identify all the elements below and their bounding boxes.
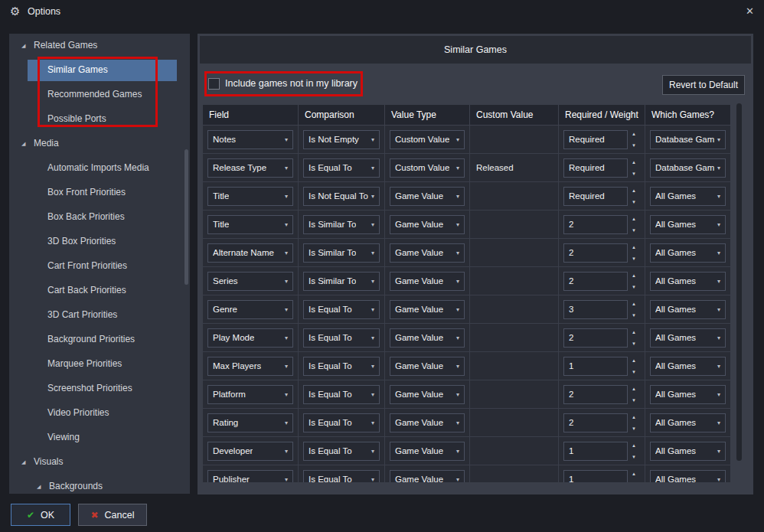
revert-to-default-button[interactable]: Revert to Default <box>662 75 745 95</box>
expander-icon[interactable]: ◢ <box>21 459 25 465</box>
spinner-down-icon[interactable]: ▼ <box>632 285 636 289</box>
cancel-button[interactable]: ✖ Cancel <box>78 504 147 526</box>
spinner-arrows[interactable]: ▲▼ <box>628 158 640 178</box>
spinner-arrows[interactable]: ▲▼ <box>628 187 640 206</box>
sidebar-item-viewing[interactable]: Viewing <box>9 426 190 450</box>
field-dropdown[interactable]: Alternate Name▾ <box>207 243 293 263</box>
sidebar-item-cart-back-priorities[interactable]: Cart Back Priorities <box>9 279 190 303</box>
sidebar-item-3d-cart-priorities[interactable]: 3D Cart Priorities <box>9 303 190 328</box>
spinner-up-icon[interactable]: ▲ <box>632 443 636 448</box>
value-type-dropdown[interactable]: Game Value▾ <box>390 328 465 348</box>
table-scrollbar-thumb[interactable] <box>736 103 742 461</box>
value-type-dropdown[interactable]: Game Value▾ <box>390 413 465 432</box>
spinner-arrows[interactable]: ▲▼ <box>628 442 640 461</box>
required-weight-input[interactable]: 3 <box>563 300 628 319</box>
spinner-up-icon[interactable]: ▲ <box>632 358 636 363</box>
sidebar-item-automatic-imports-media[interactable]: Automatic Imports Media <box>9 156 190 181</box>
which-games-dropdown[interactable]: All Games▾ <box>650 215 726 234</box>
required-weight-input[interactable]: Required <box>563 158 628 178</box>
sidebar-item-screenshot-priorities[interactable]: Screenshot Priorities <box>9 377 190 401</box>
sidebar-item-background-priorities[interactable]: Background Priorities <box>9 328 190 352</box>
field-dropdown[interactable]: Publisher▾ <box>207 470 293 483</box>
which-games-dropdown[interactable]: All Games▾ <box>650 357 726 376</box>
required-weight-input[interactable]: Required <box>563 130 628 149</box>
spinner-up-icon[interactable]: ▲ <box>632 160 636 165</box>
spinner-arrows[interactable]: ▲▼ <box>628 357 640 376</box>
sidebar-item-3d-box-priorities[interactable]: 3D Box Priorities <box>9 230 190 254</box>
which-games-dropdown[interactable]: Database Games▾ <box>650 130 726 149</box>
which-games-dropdown[interactable]: All Games▾ <box>650 272 726 291</box>
sidebar-item-visuals[interactable]: ◢Visuals <box>9 450 190 475</box>
field-dropdown[interactable]: Developer▾ <box>207 442 293 461</box>
comparison-dropdown[interactable]: Is Not Empty▾ <box>303 130 380 149</box>
sidebar-item-possible-ports[interactable]: Possible Ports <box>9 107 190 132</box>
field-dropdown[interactable]: Genre▾ <box>207 300 293 319</box>
spinner-up-icon[interactable]: ▲ <box>632 330 636 335</box>
spinner-arrows[interactable]: ▲▼ <box>628 130 640 149</box>
field-dropdown[interactable]: Notes▾ <box>207 130 293 149</box>
sidebar-item-media[interactable]: ◢Media <box>9 132 190 156</box>
spinner-up-icon[interactable]: ▲ <box>632 273 636 278</box>
spinner-arrows[interactable]: ▲▼ <box>628 215 640 234</box>
which-games-dropdown[interactable]: All Games▾ <box>650 413 726 432</box>
comparison-dropdown[interactable]: Is Equal To▾ <box>303 357 380 376</box>
value-type-dropdown[interactable]: Custom Value▾ <box>390 158 465 178</box>
comparison-dropdown[interactable]: Is Similar To▾ <box>303 215 380 234</box>
spinner-down-icon[interactable]: ▼ <box>632 171 636 176</box>
which-games-dropdown[interactable]: All Games▾ <box>650 385 726 404</box>
sidebar-item-box-front-priorities[interactable]: Box Front Priorities <box>9 181 190 205</box>
spinner-up-icon[interactable]: ▲ <box>632 415 636 419</box>
spinner-arrows[interactable]: ▲▼ <box>628 470 640 483</box>
comparison-dropdown[interactable]: Is Similar To▾ <box>303 243 380 263</box>
spinner-up-icon[interactable]: ▲ <box>632 302 636 306</box>
sidebar-item-video-priorities[interactable]: Video Priorities <box>9 401 190 426</box>
field-dropdown[interactable]: Platform▾ <box>207 385 293 404</box>
spinner-up-icon[interactable]: ▲ <box>632 188 636 193</box>
value-type-dropdown[interactable]: Custom Value▾ <box>390 130 465 149</box>
value-type-dropdown[interactable]: Game Value▾ <box>390 300 465 319</box>
spinner-up-icon[interactable]: ▲ <box>632 387 636 391</box>
comparison-dropdown[interactable]: Is Equal To▾ <box>303 442 380 461</box>
which-games-dropdown[interactable]: All Games▾ <box>650 187 726 206</box>
field-dropdown[interactable]: Play Mode▾ <box>207 328 293 348</box>
spinner-down-icon[interactable]: ▼ <box>632 143 636 148</box>
required-weight-input[interactable]: 1 <box>563 442 628 461</box>
include-games-checkbox[interactable] <box>208 78 220 90</box>
spinner-down-icon[interactable]: ▼ <box>632 455 636 459</box>
field-dropdown[interactable]: Rating▾ <box>207 413 293 432</box>
sidebar-item-marquee-priorities[interactable]: Marquee Priorities <box>9 352 190 377</box>
spinner-down-icon[interactable]: ▼ <box>632 256 636 261</box>
spinner-down-icon[interactable]: ▼ <box>632 426 636 431</box>
spinner-up-icon[interactable]: ▲ <box>632 217 636 221</box>
spinner-arrows[interactable]: ▲▼ <box>628 243 640 263</box>
sidebar-item-box-back-priorities[interactable]: Box Back Priorities <box>9 205 190 230</box>
comparison-dropdown[interactable]: Is Equal To▾ <box>303 158 380 178</box>
which-games-dropdown[interactable]: All Games▾ <box>650 328 726 348</box>
spinner-down-icon[interactable]: ▼ <box>632 370 636 374</box>
required-weight-input[interactable]: 2 <box>563 243 628 263</box>
required-weight-input[interactable]: 2 <box>563 215 628 234</box>
required-weight-input[interactable]: 2 <box>563 328 628 348</box>
spinner-down-icon[interactable]: ▼ <box>632 228 636 233</box>
sidebar-scrollbar-thumb[interactable] <box>184 149 188 285</box>
spinner-down-icon[interactable]: ▼ <box>632 200 636 204</box>
spinner-arrows[interactable]: ▲▼ <box>628 385 640 404</box>
required-weight-input[interactable]: 1 <box>563 470 628 483</box>
spinner-arrows[interactable]: ▲▼ <box>628 328 640 348</box>
required-weight-input[interactable]: 2 <box>563 272 628 291</box>
spinner-up-icon[interactable]: ▲ <box>632 245 636 250</box>
field-dropdown[interactable]: Series▾ <box>207 272 293 291</box>
sidebar-item-cart-front-priorities[interactable]: Cart Front Priorities <box>9 254 190 279</box>
value-type-dropdown[interactable]: Game Value▾ <box>390 187 465 206</box>
spinner-up-icon[interactable]: ▲ <box>632 472 636 476</box>
sidebar-item-similar-games[interactable]: Similar Games <box>9 58 190 83</box>
field-dropdown[interactable]: Max Players▾ <box>207 357 293 376</box>
ok-button[interactable]: ✔ OK <box>11 504 70 526</box>
spinner-up-icon[interactable]: ▲ <box>632 132 636 136</box>
comparison-dropdown[interactable]: Is Not Equal To▾ <box>303 187 380 206</box>
comparison-dropdown[interactable]: Is Equal To▾ <box>303 470 380 483</box>
spinner-down-icon[interactable]: ▼ <box>632 398 636 403</box>
required-weight-input[interactable]: 1 <box>563 357 628 376</box>
value-type-dropdown[interactable]: Game Value▾ <box>390 243 465 263</box>
field-dropdown[interactable]: Title▾ <box>207 187 293 206</box>
